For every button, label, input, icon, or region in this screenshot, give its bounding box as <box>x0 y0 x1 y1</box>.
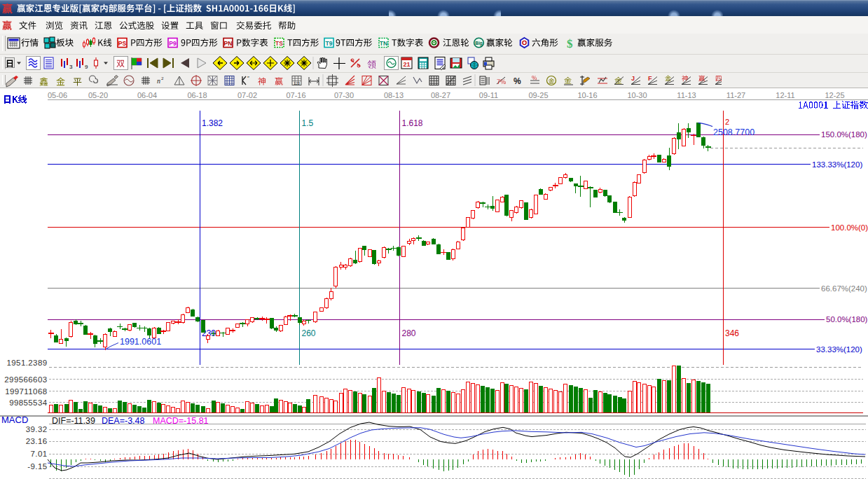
svg-text:$: $ <box>567 37 573 50</box>
svg-text:J: J <box>631 75 635 82</box>
svg-text:23.16: 23.16 <box>26 437 48 445</box>
svg-text:-9.15: -9.15 <box>27 462 47 471</box>
svg-text:09-25: 09-25 <box>528 91 548 99</box>
svg-text:T9: T9 <box>326 40 333 47</box>
svg-text:07-02: 07-02 <box>237 91 257 99</box>
svg-text:09-11: 09-11 <box>479 91 498 99</box>
svg-text:3: 3 <box>69 64 73 70</box>
svg-text:99855534: 99855534 <box>9 398 48 407</box>
svg-text:PN: PN <box>224 40 233 47</box>
svg-text:2: 2 <box>161 76 164 81</box>
svg-text:n: n <box>157 77 160 85</box>
svg-text:1.618: 1.618 <box>402 118 423 128</box>
svg-text:05-20: 05-20 <box>88 91 108 99</box>
svg-text:MACD: MACD <box>1 415 28 425</box>
svg-text:08-27: 08-27 <box>431 91 450 99</box>
svg-text:39.32: 39.32 <box>26 425 48 433</box>
svg-text:1991.0601: 1991.0601 <box>120 337 161 347</box>
svg-text:11-27: 11-27 <box>726 91 745 99</box>
svg-text:%: % <box>514 76 521 86</box>
svg-text:50.0%(180): 50.0%(180) <box>826 315 868 324</box>
svg-text:260: 260 <box>302 328 316 338</box>
svg-text:12-11: 12-11 <box>776 91 794 99</box>
svg-text:199711068: 199711068 <box>5 387 47 396</box>
svg-text:9: 9 <box>85 64 88 70</box>
svg-text:2508.7700: 2508.7700 <box>713 127 755 137</box>
svg-text:TS: TS <box>275 40 283 47</box>
svg-text:11-13: 11-13 <box>677 91 696 99</box>
svg-text:133.33%(120): 133.33%(120) <box>812 160 862 169</box>
svg-text:06-04: 06-04 <box>137 91 157 99</box>
svg-text:33.33%(120): 33.33%(120) <box>816 345 862 354</box>
svg-text:7.01: 7.01 <box>31 450 48 458</box>
svg-text:Big: Big <box>475 41 483 46</box>
svg-text:299566603: 299566603 <box>4 375 47 384</box>
svg-text:10-16: 10-16 <box>577 91 597 99</box>
svg-text:150.0%(180): 150.0%(180) <box>821 130 867 139</box>
svg-text:346: 346 <box>725 328 739 338</box>
svg-text:TN: TN <box>380 40 387 47</box>
svg-text:2: 2 <box>725 118 729 126</box>
svg-text:12-25: 12-25 <box>825 91 844 99</box>
svg-text:1.5: 1.5 <box>302 118 314 128</box>
svg-text:21: 21 <box>403 61 410 68</box>
svg-text:123: 123 <box>294 81 300 85</box>
svg-text:10-30: 10-30 <box>627 91 647 99</box>
svg-text:07-30: 07-30 <box>334 91 354 99</box>
svg-text:PS: PS <box>118 40 127 47</box>
svg-text:07-16: 07-16 <box>286 91 305 99</box>
svg-text:08-13: 08-13 <box>384 91 404 99</box>
svg-text:280: 280 <box>402 328 416 338</box>
svg-text:100.0%(0): 100.0%(0) <box>831 223 868 232</box>
svg-text:1.382: 1.382 <box>202 118 223 128</box>
svg-text:P9: P9 <box>169 40 177 47</box>
svg-text:06-18: 06-18 <box>187 91 207 99</box>
svg-text:″: ″ <box>247 75 249 81</box>
svg-text:F: F <box>648 75 652 82</box>
svg-text:05-06: 05-06 <box>48 91 67 99</box>
svg-text:1951.2389: 1951.2389 <box>7 359 48 367</box>
svg-text:66.67%(240): 66.67%(240) <box>821 284 867 293</box>
